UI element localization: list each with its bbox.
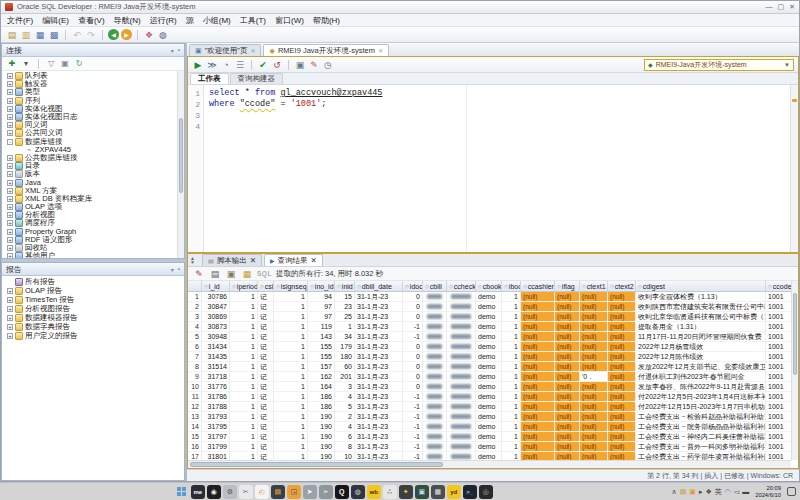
column-header-iperiod[interactable]: ◇iperiod xyxy=(230,281,258,291)
unshared-worksheet-icon[interactable]: ▣ xyxy=(294,59,306,71)
table-row[interactable]: 15317971记1190631-1月-23-1demo1(null)(null… xyxy=(188,432,791,442)
menu-item-3[interactable]: 导航(N) xyxy=(114,15,141,26)
cell-ccode[interactable]: 1001 xyxy=(766,332,791,341)
cell-ctext1[interactable]: (null) xyxy=(580,352,608,361)
tree-item[interactable]: +用户定义的报告 xyxy=(5,331,184,340)
panel-collapse-icon[interactable]: ▪ xyxy=(178,47,180,54)
cell-cbook[interactable]: demo xyxy=(476,432,502,441)
taskbar-app-dove-icon[interactable]: ➣ xyxy=(319,485,333,499)
cell-ccheck[interactable] xyxy=(447,292,476,301)
minimize-button[interactable]: — xyxy=(766,3,773,11)
cell-isignseq[interactable]: 1 xyxy=(274,412,308,421)
cell-ino_id[interactable]: 97 xyxy=(308,302,335,311)
tray-app-orange-icon[interactable]: ▣ xyxy=(689,488,696,496)
history-icon[interactable]: ◷ xyxy=(322,59,334,71)
cell-csign[interactable]: 记 xyxy=(258,322,274,331)
cell-ctext1[interactable]: (null) xyxy=(580,362,608,371)
expand-icon[interactable]: + xyxy=(7,89,13,95)
cell-cdigest[interactable]: 发放2022年12月支部书记、党委绩效康卫军 xyxy=(636,362,766,371)
editor-tab-0[interactable]: ▣"欢迎使用"页✕ xyxy=(189,44,261,56)
cell-ccashier[interactable]: (null) xyxy=(521,362,555,371)
cell-iperiod[interactable]: 1 xyxy=(230,342,258,351)
cell-cdigest[interactable]: 收到李金霞体检费（1.13） xyxy=(636,292,766,301)
cell-ino_id[interactable]: 186 xyxy=(308,392,335,401)
table-row[interactable]: 17318011记11901031-1月-23-1demo1(null)(nul… xyxy=(188,452,791,460)
cell-cdigest[interactable]: 收到北京华临贤通科技有限公司中标费（1.31） xyxy=(636,312,766,321)
cell-inid[interactable]: 4 xyxy=(335,422,355,431)
cell-csign[interactable]: 记 xyxy=(258,372,274,381)
cell-cbill[interactable] xyxy=(423,302,447,311)
cell-iflag[interactable]: (null) xyxy=(555,292,580,301)
cell-ibook[interactable]: 1 xyxy=(502,292,521,301)
sql-editor[interactable]: 1234 select * from gl_accvouch@zxpav445w… xyxy=(188,85,798,252)
cell-ctext2[interactable]: (null) xyxy=(608,292,636,301)
cell-ctext1[interactable]: (null) xyxy=(580,342,608,351)
cell-dbill_date[interactable]: 31-1月-23 xyxy=(355,332,403,341)
cell-ctext2[interactable]: (null) xyxy=(608,452,636,460)
cell-iperiod[interactable]: 1 xyxy=(230,442,258,451)
cell-cbill[interactable] xyxy=(423,342,447,351)
splitter-collapse-icon[interactable]: ▲▼ xyxy=(190,256,195,264)
cell-csign[interactable]: 记 xyxy=(258,422,274,431)
cell-cbook[interactable]: demo xyxy=(476,342,502,351)
new-file-icon[interactable]: ▤ xyxy=(6,29,18,41)
expand-icon[interactable]: + xyxy=(7,253,13,258)
table-row[interactable]: 16317991记1190831-1月-23-1demo1(null)(null… xyxy=(188,442,791,452)
cell-ctext2[interactable]: (null) xyxy=(608,442,636,451)
cell-ibook[interactable]: 1 xyxy=(502,302,521,311)
volume-icon[interactable]: ◅ xyxy=(734,488,739,496)
cell-ino_id[interactable]: 97 xyxy=(308,312,335,321)
cell-cbill[interactable] xyxy=(423,442,447,451)
cell-cbill[interactable] xyxy=(423,392,447,401)
cell-ccashier[interactable]: (null) xyxy=(521,342,555,351)
taskbar-app-record-icon[interactable]: ◉ xyxy=(207,485,221,499)
column-header-cdigest[interactable]: ◇cdigest xyxy=(636,281,766,291)
table-row[interactable]: 6314341记115517931-1月-230demo1(null)(null… xyxy=(188,342,791,352)
cell-ino_id[interactable]: 162 xyxy=(308,372,335,381)
table-row[interactable]: 12317881记1186531-1月-23-1demo1(null)(null… xyxy=(188,402,791,412)
worksheet-subtab-0[interactable]: 工作表 xyxy=(190,73,229,84)
cell-idoc[interactable]: 0 xyxy=(403,342,423,351)
cell-ccode[interactable]: 1001 xyxy=(766,362,791,371)
cell-ctext2[interactable]: (null) xyxy=(608,402,636,411)
taskbar-app-share-icon[interactable]: ∴ xyxy=(383,485,397,499)
cell-ino_id[interactable]: 155 xyxy=(308,352,335,361)
cell-ctext1[interactable]: (null) xyxy=(580,332,608,341)
cell-ccashier[interactable]: (null) xyxy=(521,382,555,391)
cell-ctext2[interactable]: (null) xyxy=(608,302,636,311)
expand-icon[interactable]: + xyxy=(7,297,13,303)
cell-ibook[interactable]: 1 xyxy=(502,432,521,441)
cell-cbill[interactable] xyxy=(423,452,447,460)
cell-ccheck[interactable] xyxy=(447,302,476,311)
cell-inid[interactable]: 2 xyxy=(335,412,355,421)
cell-ccode[interactable]: 1001 xyxy=(766,352,791,361)
cell-ctext2[interactable]: (null) xyxy=(608,342,636,351)
cell-ccheck[interactable] xyxy=(447,342,476,351)
cell-dbill_date[interactable]: 31-1月-23 xyxy=(355,442,403,451)
back-icon[interactable]: ◀ xyxy=(108,29,119,40)
tray-play-icon[interactable]: ▸ xyxy=(699,488,703,496)
cell-ccode[interactable]: 1001 xyxy=(766,372,791,381)
cell-iflag[interactable]: (null) xyxy=(555,342,580,351)
taskbar-app-qq-icon[interactable]: Q xyxy=(335,485,349,499)
menu-item-2[interactable]: 查看(V) xyxy=(78,15,105,26)
cell-csign[interactable]: 记 xyxy=(258,362,274,371)
cell-ino_id[interactable]: 186 xyxy=(308,402,335,411)
export-icon[interactable]: ▦ xyxy=(241,268,253,280)
cell-cdigest[interactable]: 收到陕西市宏信建筑安装有限责任公司中标费（1.30） xyxy=(636,302,766,311)
cell-idoc[interactable]: -1 xyxy=(403,422,423,431)
cell-ctext1[interactable]: (null) xyxy=(580,432,608,441)
tree-item[interactable]: +其他用户 xyxy=(5,252,184,258)
cell-ctext2[interactable]: (null) xyxy=(608,432,636,441)
cell-ino_id[interactable]: 164 xyxy=(308,382,335,391)
cell-ctext2[interactable]: (null) xyxy=(608,332,636,341)
pinboard-icon[interactable]: ❖ xyxy=(143,29,155,41)
cell-ccheck[interactable] xyxy=(447,372,476,381)
cell-ccode[interactable]: 1001 xyxy=(766,452,791,460)
cell-i_id[interactable]: 30869 xyxy=(202,312,230,321)
cell-iperiod[interactable]: 1 xyxy=(230,452,258,460)
cell-iflag[interactable]: (null) xyxy=(555,352,580,361)
cell-idoc[interactable]: -1 xyxy=(403,432,423,441)
expand-icon[interactable]: + xyxy=(7,229,13,235)
cell-ino_id[interactable]: 155 xyxy=(308,342,335,351)
